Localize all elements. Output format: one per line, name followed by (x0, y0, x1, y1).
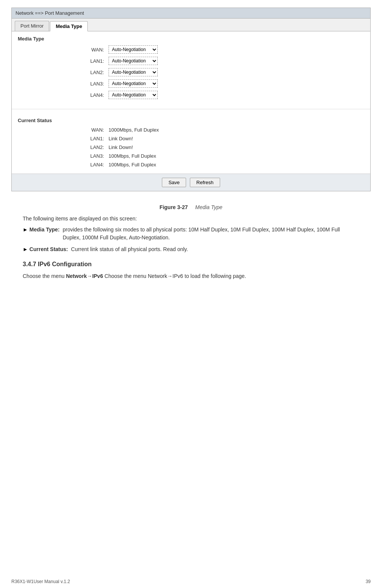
save-button[interactable]: Save (162, 178, 186, 187)
panel-title: Network ==> Port Management (16, 10, 84, 16)
lan2-media-row: LAN2: Auto-Negotiation (18, 68, 364, 76)
lan3-status-value: 100Mbps, Full Duplex (109, 153, 156, 159)
figure-title: Media Type (195, 204, 222, 210)
wan-status-label: WAN: (40, 127, 109, 133)
lan1-media-select[interactable]: Auto-Negotiation (109, 57, 158, 65)
current-status-title: Current Status (18, 118, 364, 123)
figure-caption: Figure 3-27 Media Type (23, 204, 359, 210)
wan-status-value: 1000Mbps, Full Duplex (109, 127, 159, 133)
lan2-media-label: LAN2: (40, 70, 109, 75)
lan4-status-row: LAN4: 100Mbps, Full Duplex (18, 162, 364, 168)
refresh-button[interactable]: Refresh (190, 178, 220, 187)
lan2-media-select[interactable]: Auto-Negotiation (109, 68, 158, 76)
media-type-section: Media Type WAN: Auto-Negotiation LAN1: A… (12, 31, 370, 105)
lan2-status-value: Link Down! (109, 144, 133, 150)
lan1-media-label: LAN1: (40, 58, 109, 64)
lan3-status-label: LAN3: (40, 153, 109, 159)
panel-titlebar: Network ==> Port Management (12, 8, 370, 19)
lan2-status-label: LAN2: (40, 144, 109, 150)
footer-right: 39 (366, 579, 371, 584)
doc-area: Figure 3-27 Media Type The following ite… (11, 200, 371, 287)
wan-media-label: WAN: (40, 47, 109, 53)
lan4-media-select[interactable]: Auto-Negotiation (109, 91, 158, 99)
tabs-bar: Port Mirror Media Type (12, 19, 370, 31)
network-ipv6-link: Network→IPv6 (66, 273, 103, 279)
wan-media-select[interactable]: Auto-Negotiation (109, 45, 158, 54)
tab-port-mirror[interactable]: Port Mirror (15, 21, 49, 31)
panel-content: Port Mirror Media Type Media Type WAN: A… (12, 19, 370, 191)
lan1-status-label: LAN1: (40, 136, 109, 141)
footer: R36X1-W1User Manual v.1.2 39 (11, 579, 371, 584)
bullet-media-type: ► Media Type: provides the following six… (23, 226, 359, 242)
lan1-status-value: Link Down! (109, 136, 133, 141)
lan4-status-label: LAN4: (40, 162, 109, 168)
lan2-status-row: LAN2: Link Down! (18, 144, 364, 150)
bullet-arrow-1: ► (23, 226, 28, 242)
footer-left: R36X1-W1User Manual v.1.2 (11, 579, 70, 584)
lan4-media-row: LAN4: Auto-Negotiation (18, 91, 364, 99)
bullet-def-1: provides the following six modes to all … (63, 226, 359, 242)
lan1-status-row: LAN1: Link Down! (18, 136, 364, 141)
bullet-term-2: Current Status: (30, 245, 68, 253)
lan3-media-row: LAN3: Auto-Negotiation (18, 79, 364, 88)
wan-media-row: WAN: Auto-Negotiation (18, 45, 364, 54)
bullet-current-status: ► Current Status: Current link status of… (23, 245, 359, 253)
section-347-heading: 3.4.7 IPv6 Configuration (23, 261, 359, 268)
lan3-media-select[interactable]: Auto-Negotiation (109, 79, 158, 88)
media-type-title: Media Type (18, 36, 364, 42)
port-management-panel: Network ==> Port Management Port Mirror … (11, 8, 371, 191)
bullet-def-2: Current link status of all physical port… (71, 245, 359, 253)
tab-media-type[interactable]: Media Type (50, 21, 88, 31)
wan-status-row: WAN: 1000Mbps, Full Duplex (18, 127, 364, 133)
lan1-media-row: LAN1: Auto-Negotiation (18, 57, 364, 65)
lan3-status-row: LAN3: 100Mbps, Full Duplex (18, 153, 364, 159)
figure-number: Figure 3-27 (160, 204, 188, 210)
bullet-term-1: Media Type: (30, 226, 60, 242)
current-status-section: Current Status WAN: 1000Mbps, Full Duple… (12, 113, 370, 174)
bullet-arrow-2: ► (23, 245, 28, 253)
lan4-media-label: LAN4: (40, 92, 109, 98)
button-bar: Save Refresh (12, 174, 370, 191)
intro-para: The following items are displayed on thi… (23, 215, 359, 223)
lan3-media-label: LAN3: (40, 81, 109, 87)
section-347-para: Choose the menu Network→IPv6 Choose the … (23, 272, 359, 280)
lan4-status-value: 100Mbps, Full Duplex (109, 162, 156, 168)
